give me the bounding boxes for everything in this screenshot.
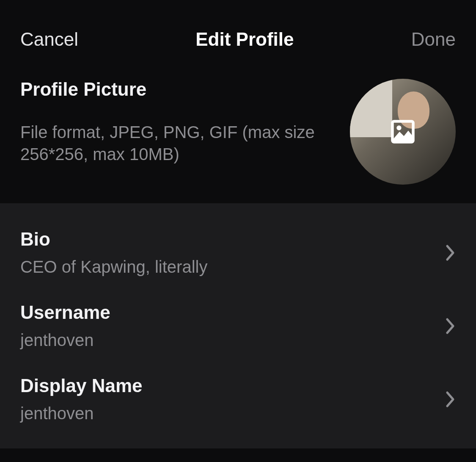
bottom-bar xyxy=(0,448,476,462)
username-label: Username xyxy=(20,302,437,323)
bio-value: CEO of Kapwing, literally xyxy=(20,257,437,277)
username-value: jenthoven xyxy=(20,331,437,350)
header-bar: Cancel Edit Profile Done xyxy=(0,0,476,70)
display-name-row[interactable]: Display Name jenthoven xyxy=(0,362,476,436)
profile-picture-section: Profile Picture File format, JPEG, PNG, … xyxy=(0,70,476,203)
settings-list: Bio CEO of Kapwing, literally Username j… xyxy=(0,203,476,448)
username-text: Username jenthoven xyxy=(20,302,437,350)
chevron-right-icon xyxy=(446,244,456,261)
bio-label: Bio xyxy=(20,229,437,250)
page-title: Edit Profile xyxy=(195,29,294,50)
cancel-button[interactable]: Cancel xyxy=(20,29,78,50)
bio-text: Bio CEO of Kapwing, literally xyxy=(20,229,437,277)
profile-picture-title: Profile Picture xyxy=(20,79,337,100)
profile-picture-text: Profile Picture File format, JPEG, PNG, … xyxy=(20,79,350,165)
display-name-text: Display Name jenthoven xyxy=(20,375,437,423)
chevron-right-icon xyxy=(446,391,456,408)
svg-point-1 xyxy=(396,125,401,130)
username-row[interactable]: Username jenthoven xyxy=(0,289,476,362)
avatar-upload-button[interactable] xyxy=(350,79,456,185)
bio-row[interactable]: Bio CEO of Kapwing, literally xyxy=(0,216,476,289)
done-button[interactable]: Done xyxy=(411,29,456,50)
image-upload-icon xyxy=(390,119,416,145)
chevron-right-icon xyxy=(446,318,456,335)
profile-picture-subtitle: File format, JPEG, PNG, GIF (max size 25… xyxy=(20,121,337,165)
display-name-label: Display Name xyxy=(20,375,437,396)
display-name-value: jenthoven xyxy=(20,404,437,423)
